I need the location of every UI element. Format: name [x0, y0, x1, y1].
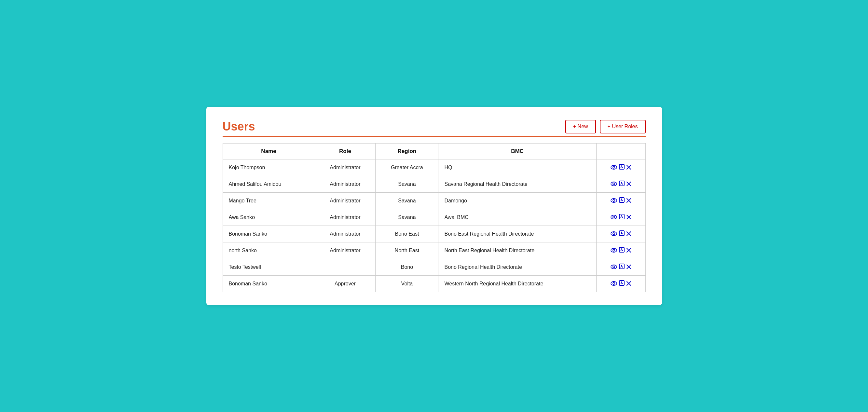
svg-point-20 — [611, 232, 617, 235]
table-row: Ahmed Salifou AmidouAdministratorSavanaS… — [223, 176, 645, 193]
delete-icon[interactable] — [626, 197, 631, 204]
cell-region: Savana — [376, 193, 438, 209]
cell-name: Mango Tree — [223, 193, 315, 209]
cell-name: Kojo Thompson — [223, 159, 315, 176]
page-title: Users — [223, 120, 255, 133]
edit-icon[interactable] — [619, 264, 625, 271]
cell-role: Administrator — [315, 209, 376, 226]
cell-role: Administrator — [315, 243, 376, 259]
cell-actions — [596, 159, 645, 176]
cell-actions — [596, 226, 645, 243]
svg-point-5 — [611, 182, 617, 186]
main-card: Users + New + User Roles Name Role Regio… — [206, 107, 662, 305]
cell-name: Testo Testwell — [223, 259, 315, 276]
cell-bmc: Savana Regional Health Directorate — [438, 176, 596, 193]
edit-icon[interactable] — [619, 281, 625, 287]
view-icon[interactable] — [611, 281, 617, 287]
svg-rect-32 — [619, 264, 624, 269]
users-table: Name Role Region BMC Kojo ThompsonAdmini… — [223, 143, 646, 292]
cell-role: Administrator — [315, 176, 376, 193]
table-header: Name Role Region BMC — [223, 144, 645, 159]
view-icon[interactable] — [611, 164, 617, 171]
cell-bmc: Bono East Regional Health Directorate — [438, 226, 596, 243]
table-row: Kojo ThompsonAdministratorGreater AccraH… — [223, 159, 645, 176]
svg-point-26 — [613, 249, 615, 251]
edit-icon[interactable] — [619, 181, 625, 187]
cell-name: north Sanko — [223, 243, 315, 259]
delete-icon[interactable] — [626, 281, 631, 287]
svg-point-25 — [611, 248, 617, 252]
cell-bmc: Awai BMC — [438, 209, 596, 226]
header-buttons: + New + User Roles — [565, 120, 646, 133]
view-icon[interactable] — [611, 247, 617, 254]
svg-rect-17 — [619, 214, 624, 219]
cell-bmc: North East Regional Health Directorate — [438, 243, 596, 259]
cell-actions — [596, 276, 645, 292]
svg-point-15 — [611, 215, 617, 219]
edit-icon[interactable] — [619, 214, 625, 221]
delete-icon[interactable] — [626, 247, 631, 254]
delete-icon[interactable] — [626, 214, 631, 221]
edit-icon[interactable] — [619, 231, 625, 237]
edit-icon[interactable] — [619, 247, 625, 254]
delete-icon[interactable] — [626, 264, 631, 271]
svg-point-35 — [611, 282, 617, 285]
cell-actions — [596, 243, 645, 259]
cell-bmc: HQ — [438, 159, 596, 176]
svg-rect-12 — [619, 197, 624, 202]
col-region: Region — [376, 144, 438, 159]
cell-bmc: Bono Regional Health Directorate — [438, 259, 596, 276]
table-row: Testo TestwellBonoBono Regional Health D… — [223, 259, 645, 276]
col-role: Role — [315, 144, 376, 159]
cell-region: North East — [376, 243, 438, 259]
cell-region: Savana — [376, 176, 438, 193]
page-header: Users + New + User Roles — [223, 120, 646, 133]
cell-role: Approver — [315, 276, 376, 292]
cell-region: Greater Accra — [376, 159, 438, 176]
svg-rect-7 — [619, 181, 624, 186]
svg-point-1 — [613, 166, 615, 168]
user-roles-button[interactable]: + User Roles — [600, 120, 646, 133]
cell-actions — [596, 193, 645, 209]
view-icon[interactable] — [611, 181, 617, 187]
edit-icon[interactable] — [619, 164, 625, 171]
cell-region: Volta — [376, 276, 438, 292]
table-row: north SankoAdministratorNorth EastNorth … — [223, 243, 645, 259]
view-icon[interactable] — [611, 197, 617, 204]
cell-actions — [596, 176, 645, 193]
cell-actions — [596, 259, 645, 276]
svg-point-36 — [613, 283, 615, 284]
view-icon[interactable] — [611, 264, 617, 271]
header-divider — [223, 136, 646, 137]
delete-icon[interactable] — [626, 164, 631, 171]
table-row: Bonoman SankoAdministratorBono EastBono … — [223, 226, 645, 243]
cell-actions — [596, 209, 645, 226]
table-row: Bonoman SankoApproverVoltaWestern North … — [223, 276, 645, 292]
edit-icon[interactable] — [619, 197, 625, 204]
svg-point-21 — [613, 233, 615, 235]
table-row: Mango TreeAdministratorSavanaDamongo — [223, 193, 645, 209]
view-icon[interactable] — [611, 214, 617, 221]
delete-icon[interactable] — [626, 231, 631, 237]
cell-role: Administrator — [315, 193, 376, 209]
svg-point-10 — [611, 198, 617, 202]
col-name: Name — [223, 144, 315, 159]
cell-role: Administrator — [315, 226, 376, 243]
view-icon[interactable] — [611, 231, 617, 237]
svg-point-31 — [613, 266, 615, 268]
cell-bmc: Damongo — [438, 193, 596, 209]
cell-name: Bonoman Sanko — [223, 226, 315, 243]
svg-point-6 — [613, 183, 615, 185]
col-actions — [596, 144, 645, 159]
svg-point-16 — [613, 216, 615, 218]
svg-point-0 — [611, 165, 617, 169]
delete-icon[interactable] — [626, 181, 631, 187]
new-button[interactable]: + New — [565, 120, 596, 133]
svg-point-30 — [611, 265, 617, 269]
cell-bmc: Western North Regional Health Directorat… — [438, 276, 596, 292]
svg-rect-27 — [619, 247, 624, 252]
cell-region: Bono — [376, 259, 438, 276]
svg-rect-37 — [619, 281, 624, 285]
cell-role: Administrator — [315, 159, 376, 176]
svg-point-11 — [613, 199, 615, 201]
